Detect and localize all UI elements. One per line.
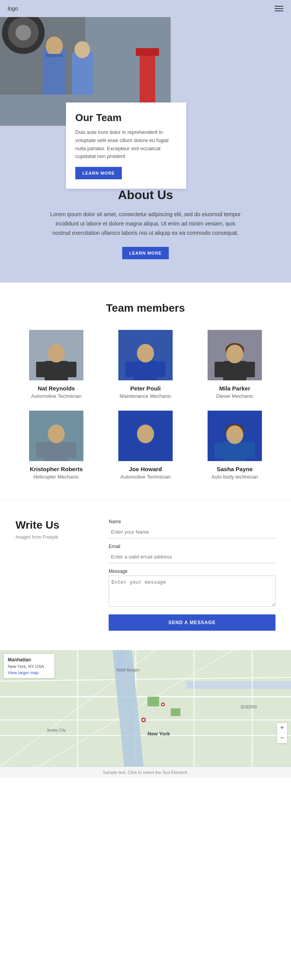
header: logo [0, 0, 291, 17]
map-zoom-controls: + − [277, 723, 287, 743]
svg-rect-49 [171, 689, 291, 767]
svg-point-36 [137, 425, 154, 443]
svg-text:North Bergen: North Bergen [116, 668, 139, 672]
bottom-bar: Sample text. Click to select the Text El… [0, 767, 291, 778]
map-panel-title: Manhattan [8, 657, 50, 663]
map-panel: Manhattan New York, NY USA View larger m… [4, 654, 54, 678]
logo: logo [8, 5, 18, 12]
svg-rect-42 [215, 442, 224, 458]
svg-rect-32 [36, 442, 45, 458]
about-description: Lorem ipsum dolor sit amet, consectetur … [48, 210, 242, 238]
member-name: Kristopher Roberts [16, 466, 97, 472]
svg-point-4 [16, 25, 31, 40]
member-photo [118, 411, 173, 461]
contact-left: Write Us Images from Freepik [16, 519, 93, 631]
svg-rect-35 [134, 442, 157, 461]
svg-rect-7 [46, 54, 63, 57]
svg-point-45 [226, 425, 243, 444]
svg-point-28 [226, 345, 243, 363]
about-learn-more-button[interactable]: LEARN MORE [122, 247, 169, 259]
contact-form: Name Email Message SEND A MESSAGE [109, 519, 275, 631]
svg-rect-21 [156, 362, 166, 377]
svg-rect-25 [215, 362, 224, 377]
svg-text:QUEENS: QUEENS [241, 705, 257, 709]
member-role: Automotive Technician [105, 474, 186, 480]
svg-rect-63 [171, 708, 180, 716]
member-role: Auto body technician [194, 474, 275, 480]
svg-rect-8 [72, 52, 93, 95]
svg-point-67 [162, 704, 164, 706]
member-name: Peter Pouli [105, 385, 186, 392]
svg-rect-18 [134, 361, 157, 380]
member-role: Maintenance Mechanic [105, 393, 186, 399]
hamburger-line-1 [275, 6, 283, 7]
svg-rect-33 [67, 442, 76, 458]
contact-section: Write Us Images from Freepik Name Email … [0, 499, 291, 650]
member-photo [29, 330, 83, 380]
map-section: New York North Bergen Jersey City QUEENS… [0, 650, 291, 767]
team-member: Mila ParkerDiesel Mechanic [194, 330, 275, 399]
name-label: Name [109, 519, 275, 524]
message-group: Message [109, 569, 275, 608]
team-grid: Nat ReynoldsAutomotive TechnicianPeter P… [16, 330, 275, 480]
hero-section: Our Team Duis aute irure dolor in repreh… [0, 17, 291, 141]
svg-point-31 [48, 425, 65, 443]
hero-learn-more-button[interactable]: LEARN MORE [75, 167, 122, 179]
message-label: Message [109, 569, 275, 574]
send-message-button[interactable]: SEND A MESSAGE [109, 614, 275, 631]
email-label: Email [109, 544, 275, 549]
team-member: Joe HowardAutomotive Technician [105, 411, 186, 480]
name-group: Name [109, 519, 275, 538]
map-zoom-in-button[interactable]: + [277, 723, 287, 733]
svg-point-14 [48, 344, 65, 363]
member-role: Helicopter Mechanic [16, 474, 97, 480]
svg-rect-62 [147, 697, 159, 706]
hero-card: Our Team Duis aute irure dolor in repreh… [66, 102, 186, 189]
hamburger-line-2 [275, 8, 283, 9]
svg-point-6 [46, 36, 63, 56]
svg-text:New York: New York [147, 731, 170, 737]
team-member: Nat ReynoldsAutomotive Technician [16, 330, 97, 399]
member-name: Mila Parker [194, 385, 275, 392]
email-group: Email [109, 544, 275, 563]
svg-rect-40 [223, 442, 246, 461]
member-name: Sasha Payne [194, 466, 275, 472]
svg-text:Jersey City: Jersey City [47, 728, 66, 732]
svg-rect-16 [67, 362, 76, 377]
svg-point-9 [74, 41, 90, 58]
map-panel-address: New York, NY USA [8, 664, 50, 669]
team-member: Peter PouliMaintenance Mechanic [105, 330, 186, 399]
svg-rect-20 [125, 362, 135, 377]
map-background: New York North Bergen Jersey City QUEENS… [0, 650, 291, 767]
svg-rect-26 [246, 362, 255, 377]
hero-description: Duis aute irure dolor in reprehenderit i… [75, 128, 177, 161]
member-photo [118, 330, 173, 380]
about-title: About Us [16, 188, 275, 202]
member-role: Automotive Technician [16, 393, 97, 399]
svg-rect-15 [36, 362, 45, 377]
hamburger-line-3 [275, 10, 283, 11]
team-title: Team members [16, 302, 275, 314]
svg-rect-11 [136, 48, 159, 56]
svg-rect-37 [125, 442, 135, 458]
contact-title: Write Us [16, 519, 93, 531]
svg-rect-38 [156, 442, 166, 458]
member-photo [208, 330, 262, 380]
team-section: Team members Nat ReynoldsAutomotive Tech… [0, 283, 291, 499]
member-role: Diesel Mechanic [194, 393, 275, 399]
hamburger-menu[interactable] [275, 6, 283, 11]
svg-rect-30 [45, 442, 68, 461]
map-zoom-out-button[interactable]: − [277, 733, 287, 743]
member-photo [208, 411, 262, 461]
team-member: Sasha PayneAuto body technician [194, 411, 275, 480]
name-input[interactable] [109, 526, 275, 538]
svg-rect-43 [246, 442, 255, 458]
team-member: Kristopher RobertsHelicopter Mechanic [16, 411, 97, 480]
contact-subtitle: Images from Freepik [16, 534, 93, 540]
member-name: Nat Reynolds [16, 385, 97, 392]
map-view-larger-link[interactable]: View larger map [8, 670, 38, 675]
message-input[interactable] [109, 576, 275, 607]
svg-point-65 [142, 719, 145, 721]
svg-point-19 [137, 344, 154, 363]
email-input[interactable] [109, 551, 275, 563]
